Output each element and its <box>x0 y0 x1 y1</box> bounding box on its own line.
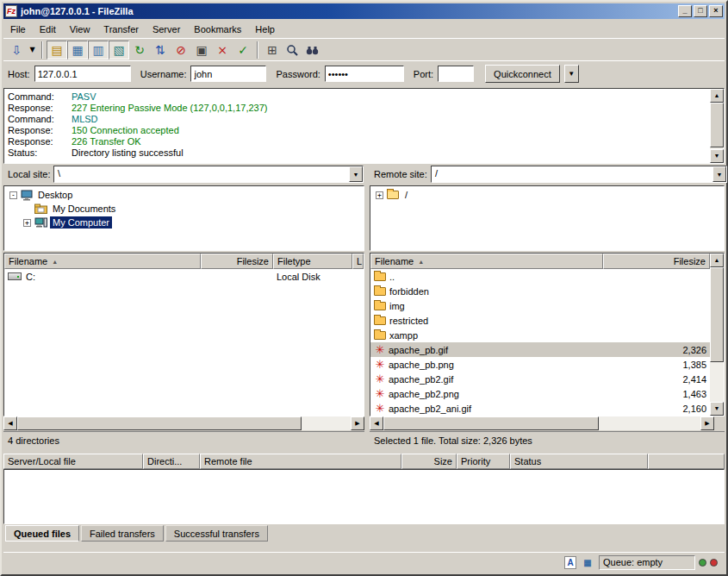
disconnect-button[interactable]: × <box>212 41 233 59</box>
column-header-filesize[interactable]: Filesize <box>603 254 710 269</box>
verify-button[interactable]: ✓ <box>233 41 253 59</box>
quickconnect-dropdown-button[interactable]: ▼ <box>564 65 579 83</box>
scrollbar-thumb[interactable] <box>710 103 724 147</box>
file-row[interactable]: C: Local Disk <box>4 269 364 284</box>
toolbar-separator <box>257 41 258 59</box>
file-name: apache_pb2.gif <box>389 374 453 385</box>
queue-status-text: Queue: empty <box>599 555 695 570</box>
column-header-lastmodified[interactable]: L <box>352 254 364 269</box>
process-queue-button[interactable]: ⇅ <box>150 41 171 59</box>
expand-icon[interactable]: + <box>376 191 383 199</box>
expand-icon[interactable]: + <box>23 219 31 227</box>
minimize-button[interactable]: _ <box>678 5 692 17</box>
queue-list[interactable] <box>3 469 725 524</box>
dropdown-arrow-icon[interactable]: ▼ <box>712 166 726 182</box>
file-row[interactable]: img <box>370 298 710 313</box>
menu-help[interactable]: Help <box>248 22 282 37</box>
column-header-filetype[interactable]: Filetype <box>273 254 352 269</box>
tree-item-label: My Computer <box>50 216 112 229</box>
username-input[interactable] <box>190 66 266 82</box>
column-header-empty <box>648 454 725 469</box>
local-hscrollbar[interactable]: ◀ ▶ <box>3 416 364 430</box>
toggle-queue-button[interactable]: ▧ <box>109 41 129 59</box>
local-site-label: Local site: <box>8 169 51 179</box>
column-header-status[interactable]: Status <box>510 454 648 469</box>
scroll-up-icon[interactable]: ▲ <box>710 254 724 267</box>
search-button[interactable] <box>283 41 303 59</box>
title-bar: Fz john@127.0.0.1 - FileZilla _ □ × <box>3 3 725 19</box>
file-row[interactable]: restricted <box>370 313 710 328</box>
host-input[interactable] <box>34 66 131 82</box>
menu-transfer[interactable]: Transfer <box>96 22 146 37</box>
tree-item-root[interactable]: + / <box>370 188 724 202</box>
file-row[interactable]: .. <box>370 269 710 284</box>
file-row[interactable]: ✳apache_pb.png1,385 <box>370 357 710 372</box>
tab-failed-transfers[interactable]: Failed transfers <box>81 525 164 542</box>
column-header-filesize[interactable]: Filesize <box>201 254 273 269</box>
column-header-filename[interactable]: Filename▲ <box>4 254 201 269</box>
column-header-server-local-file[interactable]: Server/Local file <box>3 454 143 469</box>
compare-button[interactable]: ⊞ <box>262 41 283 59</box>
password-input[interactable] <box>325 66 404 82</box>
tree-item-desktop[interactable]: - Desktop <box>4 188 364 202</box>
column-header-direction[interactable]: Directi... <box>143 454 200 469</box>
menu-edit[interactable]: Edit <box>33 22 63 37</box>
toggle-message-log-button[interactable]: ▤ <box>47 41 67 59</box>
file-row[interactable]: ✳apache_pb2.png1,463 <box>370 386 710 401</box>
find-button[interactable] <box>303 41 324 59</box>
scroll-down-icon[interactable]: ▼ <box>710 402 724 416</box>
scrollbar-thumb[interactable] <box>17 416 302 430</box>
column-header-size[interactable]: Size <box>401 454 457 469</box>
scrollbar-thumb[interactable] <box>710 267 724 362</box>
maximize-button[interactable]: □ <box>694 5 707 17</box>
dropdown-arrow-icon[interactable]: ▼ <box>349 166 363 182</box>
menu-file[interactable]: File <box>3 22 33 37</box>
file-name: .. <box>389 272 395 282</box>
tree-item-my-documents[interactable]: My Documents <box>4 202 364 216</box>
abort-button[interactable]: ⊘ <box>171 41 191 59</box>
scrollbar-thumb[interactable] <box>383 416 599 430</box>
column-header-priority[interactable]: Priority <box>457 454 510 469</box>
toggle-local-tree-button[interactable]: ▦ <box>67 41 88 59</box>
menu-server[interactable]: Server <box>146 22 187 37</box>
log-line: Response:226 Transfer OK <box>8 136 706 147</box>
tab-successful-transfers[interactable]: Successful transfers <box>165 525 268 542</box>
site-manager-icon: ⇩ <box>11 44 22 56</box>
file-row[interactable]: forbidden <box>370 284 710 298</box>
keypad-icon[interactable]: ▦ <box>580 556 595 570</box>
scroll-right-icon[interactable]: ▶ <box>351 416 364 430</box>
scroll-left-icon[interactable]: ◀ <box>370 416 383 430</box>
remote-list-scrollbar[interactable]: ▲ ▼ <box>710 254 724 416</box>
filter-button[interactable]: ▣ <box>191 41 212 59</box>
remote-hscrollbar[interactable]: ◀ ▶ <box>370 416 714 430</box>
scroll-right-icon[interactable]: ▶ <box>700 416 714 430</box>
quickconnect-button[interactable]: Quickconnect <box>485 65 560 83</box>
site-manager-dropdown-button[interactable]: ▼ <box>27 41 38 59</box>
menu-bookmarks[interactable]: Bookmarks <box>187 22 248 37</box>
log-scrollbar[interactable]: ▲ ▼ <box>710 89 724 163</box>
column-header-filename[interactable]: Filename▲ <box>370 254 603 269</box>
file-row-selected[interactable]: ✳apache_pb.gif2,326 <box>370 342 710 357</box>
port-input[interactable] <box>438 66 474 82</box>
scroll-left-icon[interactable]: ◀ <box>3 416 17 430</box>
remote-site-combo[interactable]: / ▼ <box>431 166 727 183</box>
close-button[interactable]: × <box>709 5 723 17</box>
refresh-button[interactable]: ↻ <box>129 41 150 59</box>
collapse-icon[interactable]: - <box>9 191 17 199</box>
tab-queued-files[interactable]: Queued files <box>5 525 79 542</box>
column-header-remote-file[interactable]: Remote file <box>200 454 401 469</box>
local-site-combo[interactable]: \ ▼ <box>53 166 364 183</box>
ascii-mode-icon[interactable]: A <box>564 556 576 569</box>
menu-view[interactable]: View <box>63 22 97 37</box>
file-row[interactable]: ✳apache_pb2_ani.gif2,160 <box>370 401 710 416</box>
disconnect-icon: × <box>217 44 227 56</box>
scroll-up-icon[interactable]: ▲ <box>710 89 724 103</box>
scroll-down-icon[interactable]: ▼ <box>710 149 724 163</box>
site-manager-button[interactable]: ⇩ <box>6 41 27 59</box>
image-file-icon: ✳ <box>374 387 386 400</box>
file-row[interactable]: xampp <box>370 328 710 342</box>
message-log: Command:PASV Response:227 Entering Passi… <box>3 88 725 164</box>
tree-item-my-computer[interactable]: + My Computer <box>4 216 364 229</box>
toggle-remote-tree-button[interactable]: ▥ <box>88 41 109 59</box>
file-row[interactable]: ✳apache_pb2.gif2,414 <box>370 372 710 386</box>
